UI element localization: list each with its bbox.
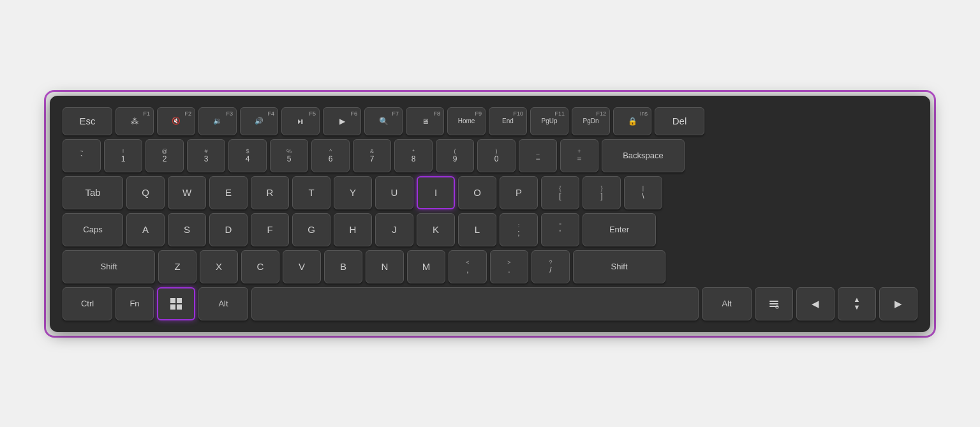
key-s[interactable]: S [168, 213, 206, 246]
svg-rect-1 [177, 298, 182, 303]
key-f11[interactable]: PgUpF11 [530, 107, 568, 135]
key-del[interactable]: Del [655, 107, 704, 135]
key-j[interactable]: J [375, 213, 413, 246]
key-left-arrow[interactable]: ◀ [796, 287, 835, 320]
key-4[interactable]: $4 [228, 139, 267, 172]
key-close-bracket[interactable]: }] [583, 176, 621, 209]
key-g[interactable]: G [292, 213, 330, 246]
key-f1[interactable]: ⁂F1 [115, 107, 154, 135]
key-backspace[interactable]: Backspace [602, 139, 685, 172]
key-f6[interactable]: ▶F6 [323, 107, 361, 135]
key-v[interactable]: V [283, 250, 321, 283]
key-c[interactable]: C [241, 250, 279, 283]
key-7[interactable]: &7 [353, 139, 391, 172]
key-f[interactable]: F [251, 213, 289, 246]
key-b[interactable]: B [324, 250, 362, 283]
key-t[interactable]: T [292, 176, 330, 209]
key-f7[interactable]: 🔍F7 [364, 107, 403, 135]
key-windows[interactable] [157, 287, 195, 320]
key-f12[interactable]: PgDnF12 [572, 107, 610, 135]
key-o[interactable]: O [458, 176, 496, 209]
svg-rect-5 [769, 303, 778, 304]
key-l[interactable]: L [458, 213, 496, 246]
key-esc[interactable]: Esc [63, 107, 112, 135]
key-comma[interactable]: <, [449, 250, 487, 283]
key-backslash[interactable]: |\ [624, 176, 662, 209]
svg-rect-2 [170, 304, 175, 310]
key-slash[interactable]: ?/ [531, 250, 570, 283]
number-row: ~` !1 @2 #3 $4 %5 ^6 &7 [63, 139, 917, 172]
key-f3[interactable]: 🔉F3 [198, 107, 237, 135]
key-h[interactable]: H [334, 213, 372, 246]
key-u[interactable]: U [375, 176, 413, 209]
bottom-row: Ctrl Fn Alt Alt ◀ [63, 287, 917, 320]
key-right-shift[interactable]: Shift [573, 250, 665, 283]
key-semicolon[interactable]: :; [500, 213, 538, 246]
key-3[interactable]: #3 [187, 139, 225, 172]
key-6[interactable]: ^6 [311, 139, 350, 172]
key-0[interactable]: )0 [477, 139, 516, 172]
svg-rect-3 [177, 304, 182, 310]
zxcv-row: Shift Z X C V B N M <, >. ?/ Shift [63, 250, 917, 283]
key-right-alt[interactable]: Alt [702, 287, 752, 320]
key-z[interactable]: Z [158, 250, 197, 283]
keyboard: Esc ⁂F1 🔇F2 🔉F3 🔊F4 ⏯F5 ▶F6 🔍F7 [50, 96, 930, 332]
key-i[interactable]: I [417, 176, 455, 209]
key-right-arrow[interactable]: ▶ [879, 287, 917, 320]
key-8[interactable]: *8 [394, 139, 433, 172]
key-ins[interactable]: 🔒Ins [613, 107, 651, 135]
key-quote[interactable]: "' [541, 213, 579, 246]
key-menu[interactable] [755, 287, 793, 320]
svg-rect-0 [170, 298, 175, 303]
key-y[interactable]: Y [334, 176, 372, 209]
key-f9[interactable]: HomeF9 [447, 107, 486, 135]
key-q[interactable]: Q [126, 176, 165, 209]
svg-rect-4 [769, 301, 778, 302]
key-x[interactable]: X [200, 250, 238, 283]
key-tab[interactable]: Tab [63, 176, 123, 209]
qwerty-row: Tab Q W E R T Y U I O P {[ }] |\ [63, 176, 917, 209]
key-n[interactable]: N [366, 250, 404, 283]
key-up-down-arrows[interactable]: ▲ ▼ [838, 287, 876, 320]
key-5[interactable]: %5 [270, 139, 308, 172]
key-equals[interactable]: += [560, 139, 598, 172]
key-1[interactable]: !1 [104, 139, 142, 172]
keyboard-wrapper: Esc ⁂F1 🔇F2 🔉F3 🔊F4 ⏯F5 ▶F6 🔍F7 [44, 90, 936, 338]
fn-row: Esc ⁂F1 🔇F2 🔉F3 🔊F4 ⏯F5 ▶F6 🔍F7 [63, 107, 917, 135]
key-fn[interactable]: Fn [115, 287, 154, 320]
key-ctrl[interactable]: Ctrl [63, 287, 112, 320]
key-left-alt[interactable]: Alt [198, 287, 248, 320]
key-w[interactable]: W [168, 176, 206, 209]
key-enter[interactable]: Enter [583, 213, 656, 246]
key-p[interactable]: P [500, 176, 538, 209]
key-open-bracket[interactable]: {[ [541, 176, 579, 209]
key-period[interactable]: >. [490, 250, 528, 283]
key-a[interactable]: A [126, 213, 165, 246]
key-d[interactable]: D [209, 213, 248, 246]
key-left-shift[interactable]: Shift [63, 250, 155, 283]
key-caps[interactable]: Caps [63, 213, 123, 246]
asdf-row: Caps A S D F G H J K L :; "' Enter [63, 213, 917, 246]
key-f8[interactable]: 🖥F8 [406, 107, 444, 135]
key-k[interactable]: K [417, 213, 455, 246]
key-9[interactable]: (9 [436, 139, 474, 172]
key-2[interactable]: @2 [145, 139, 184, 172]
key-minus[interactable]: _− [519, 139, 557, 172]
key-f10[interactable]: EndF10 [489, 107, 527, 135]
key-f2[interactable]: 🔇F2 [157, 107, 195, 135]
key-backtick[interactable]: ~` [63, 139, 101, 172]
key-f4[interactable]: 🔊F4 [240, 107, 278, 135]
key-r[interactable]: R [251, 176, 289, 209]
key-e[interactable]: E [209, 176, 248, 209]
key-m[interactable]: M [407, 250, 445, 283]
key-f5[interactable]: ⏯F5 [281, 107, 320, 135]
key-space[interactable] [251, 287, 699, 320]
